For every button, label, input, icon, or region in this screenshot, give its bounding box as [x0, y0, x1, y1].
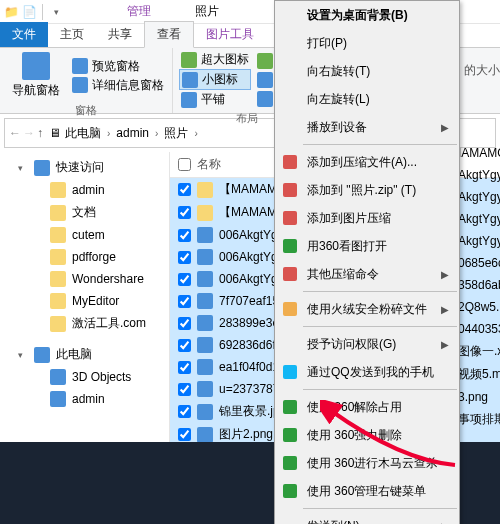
file-checkbox[interactable] — [178, 229, 191, 242]
menu-item-label: 通过QQ发送到我的手机 — [307, 364, 449, 381]
column-name[interactable]: 名称 — [197, 156, 221, 173]
menu-item[interactable]: 使用 360解除占用 — [275, 393, 459, 421]
tab-view[interactable]: 查看 — [144, 21, 194, 48]
menu-item[interactable]: 添加到压缩文件(A)... — [275, 148, 459, 176]
file-checkbox[interactable] — [178, 295, 191, 308]
file-checkbox[interactable] — [178, 339, 191, 352]
sidebar-item[interactable]: pdfforge — [0, 246, 169, 268]
file-checkbox[interactable] — [178, 383, 191, 396]
content-icon — [257, 91, 273, 107]
file-checkbox[interactable] — [178, 428, 191, 441]
submenu-arrow-icon: ▶ — [441, 269, 449, 280]
menu-item[interactable]: 使用 360管理右键菜单 — [275, 477, 459, 505]
sidebar-quick-access[interactable]: ▾快速访问 — [0, 156, 169, 179]
menu-item[interactable]: 添加到图片压缩 — [275, 204, 459, 232]
menu-item[interactable]: 播放到设备▶ — [275, 113, 459, 141]
sidebar-item[interactable]: admin — [0, 388, 169, 410]
xl-icons-button[interactable]: 超大图标 — [179, 50, 251, 69]
sidebar-this-pc[interactable]: ▾此电脑 — [0, 343, 169, 366]
menu-item[interactable]: 设置为桌面背景(B) — [275, 1, 459, 29]
sidebar-item-label: cutem — [72, 228, 105, 242]
menu-item[interactable]: 其他压缩命令▶ — [275, 260, 459, 288]
file-checkbox[interactable] — [178, 251, 191, 264]
chevron-right-icon[interactable]: › — [155, 128, 158, 139]
folder-icon — [50, 391, 66, 407]
menu-item-icon — [283, 484, 297, 498]
tab-file[interactable]: 文件 — [0, 22, 48, 47]
nav-pane-label: 导航窗格 — [12, 82, 60, 99]
cutoff-text: 的大小 — [464, 62, 500, 79]
menu-item[interactable]: 授予访问权限(G)▶ — [275, 330, 459, 358]
file-icon — [197, 227, 213, 243]
menu-item[interactable]: 发送到(N)▶ — [275, 512, 459, 524]
preview-pane-button[interactable]: 预览窗格 — [70, 57, 166, 76]
nav-pane-button[interactable]: 导航窗格 — [6, 50, 66, 101]
menu-separator — [303, 144, 457, 145]
menu-separator — [303, 326, 457, 327]
file-checkbox[interactable] — [178, 317, 191, 330]
file-checkbox[interactable] — [178, 361, 191, 374]
menu-item[interactable]: 打印(P) — [275, 29, 459, 57]
tab-share[interactable]: 共享 — [96, 22, 144, 47]
sidebar-item-label: 激活工具.com — [72, 315, 146, 332]
sidebar-item-label: Wondershare — [72, 272, 144, 286]
small-icons-button[interactable]: 小图标 — [179, 69, 251, 90]
sidebar-item[interactable]: 文档 — [0, 201, 169, 224]
sidebar-item[interactable]: cutem — [0, 224, 169, 246]
sidebar-item-label: 文档 — [72, 204, 96, 221]
forward-icon[interactable]: → — [23, 126, 35, 140]
chevron-right-icon[interactable]: › — [107, 128, 110, 139]
menu-separator — [303, 291, 457, 292]
file-icon — [197, 381, 213, 397]
menu-item[interactable]: 使用 360进行木马云查杀 — [275, 449, 459, 477]
folder-icon: 📁 — [4, 5, 18, 19]
menu-item[interactable]: 使用火绒安全粉碎文件▶ — [275, 295, 459, 323]
sidebar-item[interactable]: MyEditor — [0, 290, 169, 312]
menu-separator — [303, 389, 457, 390]
details-pane-button[interactable]: 详细信息窗格 — [70, 76, 166, 95]
small-icons-icon — [182, 72, 198, 88]
menu-item-label: 添加到压缩文件(A)... — [307, 154, 449, 171]
file-checkbox[interactable] — [178, 405, 191, 418]
qat-dropdown-icon[interactable]: ▾ — [49, 5, 63, 19]
sidebar-item[interactable]: Wondershare — [0, 268, 169, 290]
menu-item[interactable]: 向左旋转(L) — [275, 85, 459, 113]
menu-item-label: 播放到设备 — [307, 119, 433, 136]
file-icon — [197, 249, 213, 265]
new-doc-icon[interactable]: 📄 — [22, 5, 36, 19]
menu-item[interactable]: 使用 360强力删除 — [275, 421, 459, 449]
menu-item-label: 发送到(N) — [307, 518, 433, 525]
menu-item-label: 使用 360管理右键菜单 — [307, 483, 449, 500]
sidebar-item[interactable]: admin — [0, 179, 169, 201]
up-icon[interactable]: ↑ — [37, 126, 43, 140]
tab-picture-tools[interactable]: 图片工具 — [194, 22, 266, 47]
file-icon — [197, 427, 213, 443]
ribbon-group-panes: 导航窗格 预览窗格 详细信息窗格 窗格 — [0, 48, 173, 113]
crumb-this-pc[interactable]: 🖥 此电脑 — [45, 123, 105, 144]
menu-separator — [303, 508, 457, 509]
select-all-checkbox[interactable] — [178, 156, 191, 173]
menu-item-icon — [283, 428, 297, 442]
file-checkbox[interactable] — [178, 273, 191, 286]
crumb-user[interactable]: admin — [112, 124, 153, 142]
file-checkbox[interactable] — [178, 183, 191, 196]
file-icon — [197, 315, 213, 331]
tiles-button[interactable]: 平铺 — [179, 90, 251, 109]
menu-item-label: 用360看图打开 — [307, 238, 449, 255]
menu-item[interactable]: 向右旋转(T) — [275, 57, 459, 85]
file-icon — [197, 359, 213, 375]
menu-item-label: 打印(P) — [307, 35, 449, 52]
sidebar-item[interactable]: 3D Objects — [0, 366, 169, 388]
menu-item[interactable]: 用360看图打开 — [275, 232, 459, 260]
sidebar-item[interactable]: 激活工具.com — [0, 312, 169, 335]
crumb-folder[interactable]: 照片 — [160, 123, 192, 144]
back-icon[interactable]: ← — [9, 126, 21, 140]
chevron-right-icon[interactable]: › — [194, 128, 197, 139]
folder-icon — [50, 369, 66, 385]
tab-home[interactable]: 主页 — [48, 22, 96, 47]
sidebar-item-label: admin — [72, 183, 105, 197]
menu-item[interactable]: 添加到 "照片.zip" (T) — [275, 176, 459, 204]
menu-item[interactable]: 通过QQ发送到我的手机 — [275, 358, 459, 386]
file-name: 2Q8w5.im — [458, 300, 500, 314]
file-checkbox[interactable] — [178, 206, 191, 219]
